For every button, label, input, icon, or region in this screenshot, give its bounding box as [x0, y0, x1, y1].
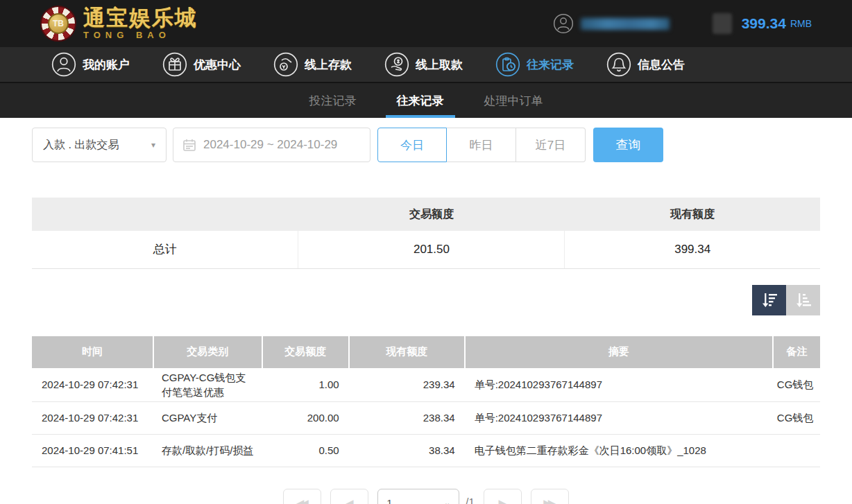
cell-balance: 38.34: [349, 434, 465, 467]
pagination: ◀◀ ◀ 1 ⌄ /1 ▶ ▶▶: [0, 489, 852, 504]
right-arrow-icon: ▶: [498, 497, 506, 504]
table-row: 2024-10-29 07:42:31 CGPAY支付 200.00 238.3…: [32, 401, 820, 434]
cell-balance: 238.34: [349, 401, 465, 434]
chevron-down-icon: ⌄: [444, 498, 450, 504]
col-amount: 交易额度: [262, 336, 349, 368]
nav-label: 我的账户: [83, 57, 130, 73]
nav-item-promotions[interactable]: 优惠中心: [162, 52, 241, 77]
cell-balance: 239.34: [349, 368, 465, 402]
summary-total-row: 总计 201.50 399.34: [32, 231, 820, 268]
tab-betting-records[interactable]: 投注记录: [305, 83, 361, 118]
col-category: 交易类别: [153, 336, 262, 368]
transaction-type-value: 入款 . 出款交易: [43, 138, 119, 153]
transaction-type-select[interactable]: 入款 . 出款交易 ▾: [32, 128, 167, 162]
page-number-select[interactable]: 1 ⌄: [377, 489, 459, 504]
tab-label: 处理中订单: [484, 93, 543, 109]
cell-amount: 1.00: [262, 368, 349, 402]
tab-pending-orders[interactable]: 处理中订单: [480, 83, 547, 118]
left-arrow-icon: ◀: [346, 497, 354, 504]
user-icon: [51, 52, 76, 77]
nav-label: 往来记录: [527, 57, 574, 73]
last-page-button[interactable]: ▶▶: [531, 489, 569, 504]
withdraw-icon: [384, 52, 409, 77]
transactions-table: 时间 交易类别 交易额度 现有额度 摘要 备注 2024-10-29 07:42…: [32, 336, 820, 467]
table-header-row: 时间 交易类别 交易额度 现有额度 摘要 备注: [32, 336, 820, 368]
table-row: 2024-10-29 07:42:31 CGPAY-CG钱包支付笔笔送优惠 1.…: [32, 368, 820, 402]
chip-monogram: TB: [48, 13, 69, 34]
cell-category: CGPAY支付: [153, 401, 262, 434]
nav-item-announcements[interactable]: 信息公告: [606, 52, 685, 77]
site-logo[interactable]: TB 通宝娱乐城 TONG BAO: [40, 6, 198, 42]
cell-time: 2024-10-29 07:42:31: [32, 368, 153, 402]
table-row: 2024-10-29 07:41:51 存款/取款/打码/损益 0.50 38.…: [32, 434, 820, 467]
prev-page-button[interactable]: ◀: [330, 489, 368, 504]
sort-ascending-button[interactable]: [786, 285, 820, 315]
cell-category: 存款/取款/打码/损益: [153, 434, 262, 467]
account-avatar-icon[interactable]: [553, 13, 574, 34]
cell-category: CGPAY-CG钱包支付笔笔送优惠: [153, 368, 262, 402]
summary-header-balance: 现有额度: [565, 198, 820, 231]
nav-label: 线上存款: [305, 57, 352, 73]
yesterday-button[interactable]: 昨日: [447, 128, 516, 162]
cell-summary: 单号:202410293767144897: [465, 401, 773, 434]
nav-item-my-account[interactable]: 我的账户: [51, 52, 130, 77]
col-summary: 摘要: [465, 336, 773, 368]
casino-chip-icon: TB: [40, 6, 76, 42]
deposit-icon: [273, 52, 298, 77]
quick-date-group: 今日 昨日 近7日: [377, 128, 586, 162]
nav-item-deposit[interactable]: 线上存款: [273, 52, 352, 77]
cell-amount: 200.00: [262, 401, 349, 434]
nav-label: 线上取款: [416, 57, 463, 73]
col-note: 备注: [773, 336, 820, 368]
cell-summary: 单号:202410293767144897: [465, 368, 773, 402]
nav-label: 优惠中心: [194, 57, 241, 73]
cell-note: CG钱包: [773, 368, 820, 402]
site-header: TB 通宝娱乐城 TONG BAO 399.34 RMB: [0, 0, 852, 47]
sort-ascending-icon: [794, 291, 812, 309]
summary-trade-total: 201.50: [298, 231, 565, 268]
sort-controls: [32, 285, 820, 315]
cell-time: 2024-10-29 07:42:31: [32, 401, 153, 434]
col-balance: 现有额度: [349, 336, 465, 368]
summary-header-empty: [32, 198, 298, 231]
current-page-value: 1: [386, 497, 392, 504]
filter-bar: 入款 . 出款交易 ▾ 2024-10-29 ~ 2024-10-29 今日 昨…: [32, 128, 820, 162]
summary-header-trade: 交易额度: [298, 198, 565, 231]
tab-label: 投注记录: [309, 93, 357, 109]
cell-amount: 0.50: [262, 434, 349, 467]
balance-amount: 399.34: [742, 15, 786, 32]
search-button[interactable]: 查询: [593, 128, 663, 162]
caret-down-icon: ▾: [151, 140, 155, 150]
summary-balance-total: 399.34: [565, 231, 820, 268]
cell-summary: 电子钱包第二重存款彩金《次日16:00领取》_1028: [465, 434, 773, 467]
nav-label: 信息公告: [638, 57, 685, 73]
username-redacted[interactable]: [581, 18, 670, 30]
first-page-button[interactable]: ◀◀: [283, 489, 321, 504]
cell-time: 2024-10-29 07:41:51: [32, 434, 153, 467]
next-page-button[interactable]: ▶: [484, 489, 522, 504]
summary-table: 交易额度 现有额度 总计 201.50 399.34: [32, 198, 820, 269]
cell-note: [773, 434, 820, 467]
last7days-button[interactable]: 近7日: [516, 128, 586, 162]
sort-descending-button[interactable]: [752, 285, 786, 315]
logo-subtitle: TONG BAO: [83, 30, 198, 40]
nav-item-withdraw[interactable]: 线上取款: [384, 52, 463, 77]
records-icon: [495, 52, 520, 77]
double-right-arrow-icon: ▶▶: [543, 497, 556, 504]
date-range-value: 2024-10-29 ~ 2024-10-29: [203, 138, 337, 152]
tab-label: 往来记录: [397, 93, 444, 109]
summary-total-label: 总计: [32, 231, 298, 268]
logo-title: 通宝娱乐城: [83, 7, 198, 28]
sort-descending-icon: [760, 291, 778, 309]
tab-transaction-records[interactable]: 往来记录: [393, 83, 448, 118]
cell-note: CG钱包: [773, 401, 820, 434]
date-range-picker[interactable]: 2024-10-29 ~ 2024-10-29: [173, 128, 370, 162]
nav-item-transaction-records[interactable]: 往来记录: [495, 52, 574, 77]
total-pages-label: /1: [466, 489, 475, 504]
today-button[interactable]: 今日: [377, 128, 447, 162]
gift-icon: [162, 52, 187, 77]
double-left-arrow-icon: ◀◀: [296, 497, 309, 504]
wallet-icon[interactable]: [713, 13, 732, 34]
balance-currency: RMB: [790, 18, 812, 29]
main-nav: 我的账户 优惠中心 线上存款 线上取款 往来记录 信息公告: [0, 47, 852, 83]
